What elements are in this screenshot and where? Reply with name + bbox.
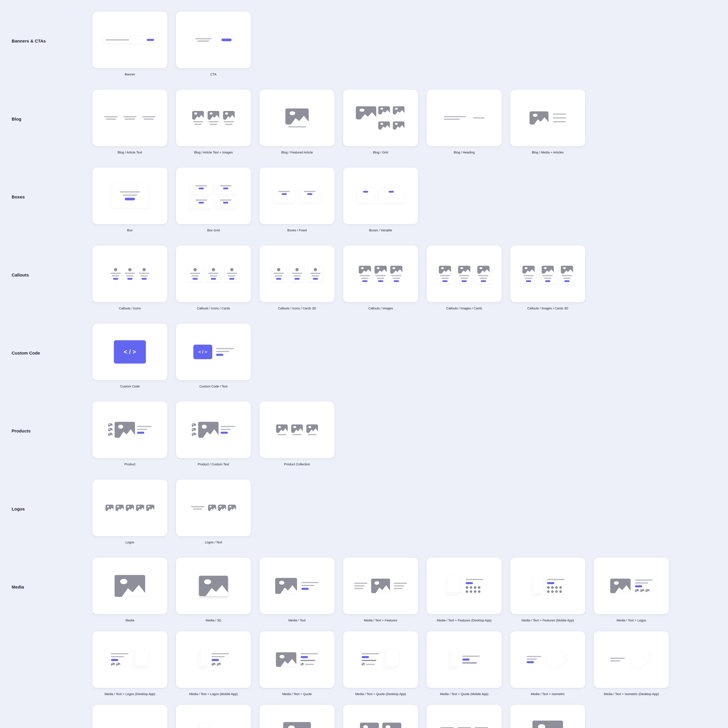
component-label: CTA bbox=[210, 72, 217, 76]
items-grid: < / >Custom Code< / >Custom Code / Text bbox=[92, 324, 716, 388]
component-label: Boxes / Variable bbox=[369, 228, 392, 232]
thumbnail-product-custom-text[interactable] bbox=[176, 402, 251, 458]
thumbnail-media-text-isometric[interactable] bbox=[510, 631, 585, 688]
items-grid: LogosLogos / Text bbox=[92, 480, 716, 544]
thumbnail-media-text-isometric-mobile[interactable] bbox=[92, 705, 167, 728]
section-heading: Boxes bbox=[12, 168, 92, 199]
component-item-blog-grid: Blog / Grid bbox=[343, 90, 418, 154]
component-label: Media / Text + Logos bbox=[616, 618, 646, 622]
thumbnail-product-collection[interactable] bbox=[260, 402, 335, 458]
component-item-media-text-quote-desktop: Media / Text + Quote (Desktop App) bbox=[343, 631, 418, 696]
thumbnail-media-text-features[interactable] bbox=[343, 558, 418, 614]
thumbnail-media-text-quote-mobile[interactable] bbox=[427, 631, 502, 688]
section-heading: Media bbox=[12, 558, 92, 590]
component-item-media-text-quote-mobile: Media / Text + Quote (Mobile App) bbox=[427, 631, 502, 696]
thumbnail-callouts-images-cards-3d[interactable] bbox=[510, 246, 585, 302]
thumbnail-media-gallery[interactable] bbox=[427, 705, 502, 728]
thumbnail-blog-text[interactable] bbox=[92, 90, 167, 146]
thumbnail-media-3d[interactable] bbox=[176, 558, 251, 614]
component-item-blog-heading: Blog / Heading bbox=[427, 90, 502, 154]
thumbnail-media-text-features-desktop[interactable] bbox=[427, 558, 502, 614]
thumbnail-blog-media-articles[interactable] bbox=[510, 90, 585, 146]
thumbnail-box-grid[interactable] bbox=[176, 168, 251, 224]
thumbnail-product[interactable] bbox=[92, 402, 167, 458]
component-item-box-grid: Box Grid bbox=[176, 168, 251, 232]
component-label: Media / Text + Logos (Desktop App) bbox=[104, 692, 155, 696]
thumbnail-blog-grid[interactable] bbox=[343, 90, 418, 146]
section: BoxesBoxBox GridBoxes / FixedBoxes / Var… bbox=[12, 168, 716, 232]
component-label: Callouts / Icons / Cards 3D bbox=[278, 306, 316, 310]
component-item-media-text-3d: Media / Text 3D bbox=[260, 705, 335, 728]
thumbnail-media-text-quote[interactable] bbox=[260, 631, 335, 688]
component-item-product-custom-text: Product / Custom Text bbox=[176, 402, 251, 466]
component-label: Media / Text + Logos (Mobile App) bbox=[189, 692, 238, 696]
component-item-media-text-logos-mobile: Media / Text + Logos (Mobile App) bbox=[176, 631, 251, 696]
component-item-callouts-icons: Callouts / Icons bbox=[92, 246, 167, 310]
thumbnail-media-text-quote-desktop[interactable] bbox=[343, 631, 418, 688]
section-heading: Logos bbox=[12, 480, 92, 511]
thumbnail-media-full[interactable] bbox=[510, 705, 585, 728]
thumbnail-cta[interactable] bbox=[176, 12, 251, 68]
component-item-boxes-fixed: Boxes / Fixed bbox=[260, 168, 335, 232]
component-label: Logos bbox=[125, 540, 134, 544]
items-grid: BannerCTA bbox=[92, 12, 716, 76]
thumbnail-media-text-stacked-mobile[interactable] bbox=[176, 705, 251, 728]
component-item-media-3d: Media / 3D bbox=[176, 558, 251, 622]
thumbnail-box[interactable] bbox=[92, 168, 167, 224]
thumbnail-logos[interactable] bbox=[92, 480, 167, 536]
section-heading: Blog bbox=[12, 90, 92, 122]
thumbnail-callouts-icons-cards[interactable] bbox=[176, 246, 251, 302]
section: Custom Code< / >Custom Code< / >Custom C… bbox=[12, 324, 716, 388]
component-label: Callouts / Icons / Cards bbox=[197, 306, 230, 310]
thumbnail-boxes-fixed[interactable] bbox=[260, 168, 335, 224]
thumbnail-custom-code[interactable]: < / > bbox=[92, 324, 167, 380]
thumbnail-callouts-images[interactable] bbox=[343, 246, 418, 302]
component-label: Callouts / Images bbox=[368, 306, 393, 310]
component-item-callouts-icons-cards-3d: Callouts / Icons / Cards 3D bbox=[260, 246, 335, 310]
thumbnail-media-text-3d[interactable] bbox=[260, 705, 335, 728]
thumbnail-blog-text-images[interactable] bbox=[176, 90, 251, 146]
section-heading: Banners & CTAs bbox=[12, 12, 92, 44]
component-label: Media / Text + Quote bbox=[282, 692, 312, 696]
component-label: Media / Text + Quote (Desktop App) bbox=[355, 692, 406, 696]
items-grid: Callouts / IconsCallouts / Icons / Cards… bbox=[92, 246, 716, 310]
component-label: Blog / Grid bbox=[373, 150, 388, 154]
component-item-media-text-isometric-mobile: Media / Text + Isometric (Mobile App) bbox=[92, 705, 167, 728]
component-label: Media / 3D bbox=[206, 618, 221, 622]
component-label: Logos / Text bbox=[205, 540, 222, 544]
section-heading: Callouts bbox=[12, 246, 92, 277]
component-item-callouts-icons-cards: Callouts / Icons / Cards bbox=[176, 246, 251, 310]
component-item-callouts-images: Callouts / Images bbox=[343, 246, 418, 310]
component-item-media-text-2col: Media / Text 2 Column bbox=[343, 705, 418, 728]
thumbnail-blog-heading[interactable] bbox=[427, 90, 502, 146]
thumbnail-media-text-logos[interactable] bbox=[594, 558, 669, 614]
thumbnail-custom-code-text[interactable]: < / > bbox=[176, 324, 251, 380]
component-item-media-text-stacked-mobile: Media / Text + Stacked (Mobile App) bbox=[176, 705, 251, 728]
component-item-callouts-images-cards-3d: Callouts / Images / Cards 3D bbox=[510, 246, 585, 310]
thumbnail-media[interactable] bbox=[92, 558, 167, 614]
thumbnail-callouts-icons[interactable] bbox=[92, 246, 167, 302]
thumbnail-callouts-images-cards[interactable] bbox=[427, 246, 502, 302]
thumbnail-callouts-icons-cards-3d[interactable] bbox=[260, 246, 335, 302]
thumbnail-media-text-logos-desktop[interactable] bbox=[92, 631, 167, 688]
section: CalloutsCallouts / IconsCallouts / Icons… bbox=[12, 246, 716, 310]
component-label: Media / Text + Features (Desktop App) bbox=[437, 618, 491, 622]
thumbnail-logos-text[interactable] bbox=[176, 480, 251, 536]
component-item-logos-text: Logos / Text bbox=[176, 480, 251, 544]
thumbnail-media-text[interactable] bbox=[260, 558, 335, 614]
component-label: Media / Text + Quote (Mobile App) bbox=[440, 692, 488, 696]
component-item-blog-featured: Blog / Featured Article bbox=[260, 90, 335, 154]
component-label: Blog / Article Text bbox=[118, 150, 142, 154]
component-item-media-full: Media Full bbox=[510, 705, 585, 728]
thumbnail-banner[interactable] bbox=[92, 12, 167, 68]
items-grid: MediaMedia / 3DMedia / TextMedia / Text … bbox=[92, 558, 716, 728]
thumbnail-boxes-variable[interactable] bbox=[343, 168, 418, 224]
thumbnail-media-text-features-mobile[interactable] bbox=[510, 558, 585, 614]
component-item-logos: Logos bbox=[92, 480, 167, 544]
component-label: Blog / Media + Articles bbox=[532, 150, 564, 154]
component-item-callouts-images-cards: Callouts / Images / Cards bbox=[427, 246, 502, 310]
thumbnail-media-text-isometric-desktop[interactable] bbox=[594, 631, 669, 688]
thumbnail-media-text-logos-mobile[interactable] bbox=[176, 631, 251, 688]
thumbnail-blog-featured[interactable] bbox=[260, 90, 335, 146]
thumbnail-media-text-2col[interactable] bbox=[343, 705, 418, 728]
